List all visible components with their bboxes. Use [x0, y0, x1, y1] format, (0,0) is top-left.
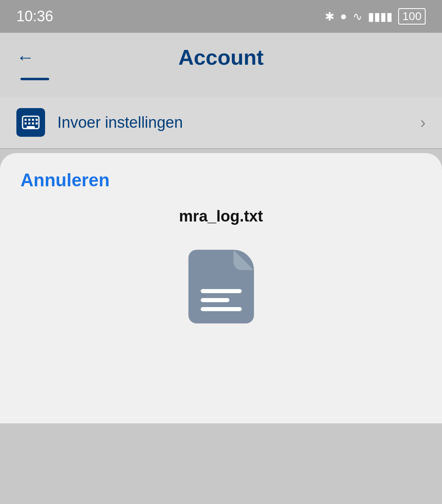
svg-rect-3: [32, 119, 34, 121]
status-icons: ✱ ● ∿ ▮▮▮▮ 100: [325, 8, 426, 25]
settings-item-label: Invoer instellingen: [57, 114, 183, 131]
file-icon: [188, 250, 254, 323]
divider: [0, 148, 442, 149]
bluetooth-icon: ✱: [325, 10, 334, 23]
file-icon-container: [188, 250, 254, 323]
file-line-1: [201, 289, 242, 293]
cancel-button[interactable]: Annuleren: [20, 170, 110, 191]
svg-rect-6: [28, 122, 30, 124]
accent-line: [20, 78, 49, 80]
app-bar: ← Account: [0, 33, 442, 93]
file-line-3: [201, 307, 242, 311]
invoer-instellingen-item[interactable]: Invoer instellingen ›: [0, 97, 442, 148]
svg-rect-1: [25, 119, 27, 121]
location-icon: ●: [340, 10, 347, 23]
back-button[interactable]: ←: [16, 48, 34, 66]
status-bar: 10:36 ✱ ● ∿ ▮▮▮▮ 100: [0, 0, 442, 33]
file-lines: [201, 289, 242, 311]
signal-icon: ▮▮▮▮: [368, 10, 392, 23]
svg-rect-8: [36, 122, 38, 124]
svg-rect-2: [28, 119, 30, 121]
wifi-icon: ∿: [353, 10, 362, 23]
keyboard-icon: [21, 113, 40, 132]
bottom-sheet: Annuleren mra_log.txt: [0, 153, 442, 423]
settings-item-left: Invoer instellingen: [16, 108, 183, 137]
file-line-2: [201, 298, 229, 302]
file-name: mra_log.txt: [179, 208, 263, 225]
battery-icon: 100: [398, 8, 426, 25]
settings-section: Invoer instellingen ›: [0, 93, 442, 149]
svg-rect-5: [25, 122, 27, 124]
page-title: Account: [179, 45, 264, 70]
chevron-right-icon: ›: [420, 113, 426, 132]
svg-rect-9: [27, 126, 35, 128]
svg-rect-4: [36, 119, 38, 121]
status-time: 10:36: [16, 8, 53, 25]
svg-rect-7: [32, 122, 34, 124]
keyboard-icon-box: [16, 108, 45, 137]
